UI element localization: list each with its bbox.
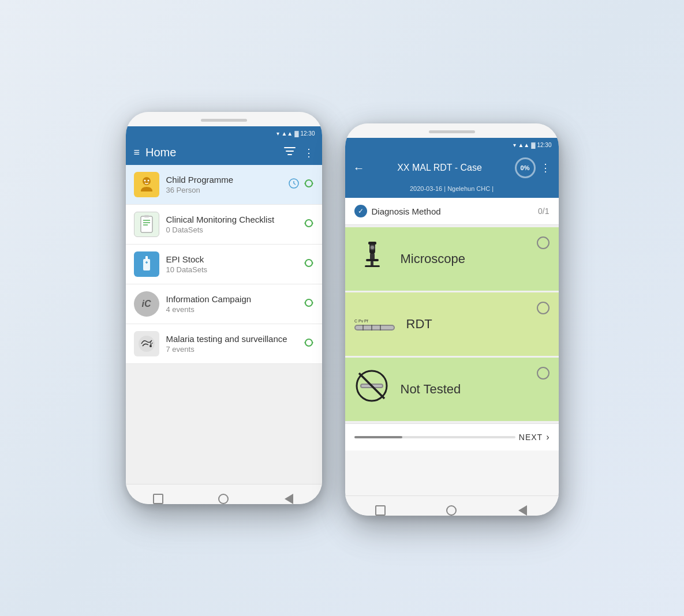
next-bar: NEXT › [345,423,559,450]
hamburger-icon[interactable]: ≡ [134,147,140,159]
malaria-icon [134,331,159,356]
child-programme-text: Child Programme 36 Person [166,175,282,194]
sync-icon-malaria[interactable] [304,337,314,351]
clinical-text: Clinical Monitoring Checklist 0 DataSets [166,215,297,234]
svg-rect-34 [370,254,375,260]
diagnosis-left-group: ✓ Diagnosis Method [354,205,441,217]
diagnosis-count: 0/1 [538,206,549,216]
info-campaign-actions [304,298,314,311]
malaria-title: Malaria testing and surveillance [166,334,297,344]
epi-title: EPI Stock [166,254,297,264]
microscope-radio[interactable] [537,236,550,249]
nav-home-right[interactable] [445,504,458,516]
svg-rect-2 [287,154,292,155]
header-right-group: ⋮ [284,147,314,159]
status-icons-right: ▾ ▲▲ ▓ 12:30 [513,142,551,148]
svg-rect-42 [356,326,394,329]
svg-rect-0 [284,147,296,148]
rdt-radio[interactable] [537,302,550,314]
square-btn [153,494,163,504]
phone-speaker-left [201,119,247,122]
svg-rect-19 [143,259,150,271]
option-rdt[interactable]: C Pv Pf RDT [345,292,559,356]
options-container: Microscope C Pv Pf [345,225,559,423]
square-btn-right [375,505,386,516]
svg-rect-35 [366,259,379,261]
list-item-epi[interactable]: EPI Stock 10 DataSets [126,245,322,284]
clock-icon [289,178,299,191]
epi-icon [134,251,159,277]
app-header-right: ← XX MAL RDT - Case 0% ⋮ [345,152,559,184]
info-campaign-title: Information Campaign [166,294,297,304]
status-bar-left: ▾ ▲▲ ▓ 12:30 [126,126,322,140]
time-right: 12:30 [537,142,551,148]
left-phone: ▾ ▲▲ ▓ 12:30 ≡ Home [126,112,322,504]
option-not-tested[interactable]: Not Tested [345,358,559,421]
progress-bar [354,436,515,438]
svg-rect-15 [144,215,149,217]
more-icon-right[interactable]: ⋮ [540,161,551,174]
epi-text: EPI Stock 10 DataSets [166,254,297,274]
rdt-icon: C Pv Pf [354,307,395,341]
more-icon-btn[interactable]: ⋮ [304,147,314,159]
option-microscope[interactable]: Microscope [345,227,559,291]
circle-btn [218,494,229,504]
right-phone-screen: ▾ ▲▲ ▓ 12:30 ← XX MAL RDT - Case 0% ⋮ 20… [345,138,559,495]
case-subtitle-text: 2020-03-16 | Ngelehun CHC | [410,185,494,192]
battery-icon: ▓ [294,130,298,137]
info-campaign-subtitle: 4 events [166,305,297,314]
progress-circle: 0% [515,157,536,178]
home-title: Home [145,146,176,159]
sync-icon-epi[interactable] [304,258,314,271]
not-tested-radio[interactable] [537,367,550,380]
bottom-nav-right [345,495,559,516]
not-tested-label: Not Tested [401,382,461,397]
nav-back-left[interactable] [283,493,296,504]
child-programme-actions [289,178,314,191]
wifi-icon-right: ▾ [513,142,516,148]
clinical-title: Clinical Monitoring Checklist [166,215,297,224]
malaria-text: Malaria testing and surveillance 7 event… [166,334,297,354]
progress-fill [354,436,403,438]
next-arrow-icon: › [546,432,549,442]
svg-rect-1 [286,151,294,152]
bottom-nav-left [126,484,322,504]
nav-square-left[interactable] [152,493,165,504]
nav-back-right[interactable] [517,504,529,516]
status-icons-left: ▾ ▲▲ ▓ 12:30 [276,130,315,137]
back-button[interactable]: ← [353,161,365,175]
phones-container: ▾ ▲▲ ▓ 12:30 ≡ Home [126,100,559,516]
sync-icon-info[interactable] [304,298,314,311]
signal-icon: ▲▲ [281,130,293,137]
list-item-information[interactable]: iC Information Campaign 4 events [126,284,322,324]
app-header-left: ≡ Home ⋮ [126,140,322,165]
info-campaign-icon: iC [134,291,159,317]
sync-icon-child[interactable] [304,178,314,191]
svg-rect-37 [365,265,380,267]
svg-rect-11 [141,216,152,232]
check-icon: ✓ [354,205,367,217]
info-campaign-text: Information Campaign 4 events [166,294,297,314]
svg-point-5 [147,180,149,182]
programme-list: Child Programme 36 Person [126,165,322,484]
child-programme-subtitle: 36 Person [166,186,282,194]
next-button[interactable]: NEXT [519,433,543,442]
child-programme-icon [134,172,159,197]
phone-speaker-right [429,130,475,133]
diagnosis-header: ✓ Diagnosis Method 0/1 [345,198,559,225]
signal-icon-right: ▲▲ [518,142,529,148]
list-item-clinical[interactable]: Clinical Monitoring Checklist 0 DataSets [126,205,322,245]
nav-home-left[interactable] [217,493,230,504]
nav-square-right[interactable] [374,504,387,516]
filter-icon-btn[interactable] [284,147,296,159]
ic-badge: iC [134,291,159,317]
sync-icon-clinical[interactable] [304,218,314,231]
list-item-child-programme[interactable]: Child Programme 36 Person [126,165,322,205]
svg-rect-33 [368,242,376,245]
case-subtitle-bar: 2020-03-16 | Ngelehun CHC | [345,184,559,198]
diagnosis-title: Diagnosis Method [372,206,441,216]
microscope-label: Microscope [401,251,465,266]
list-item-malaria[interactable]: Malaria testing and surveillance 7 event… [126,324,322,364]
clinical-subtitle: 0 DataSets [166,226,297,234]
svg-point-4 [144,180,145,182]
